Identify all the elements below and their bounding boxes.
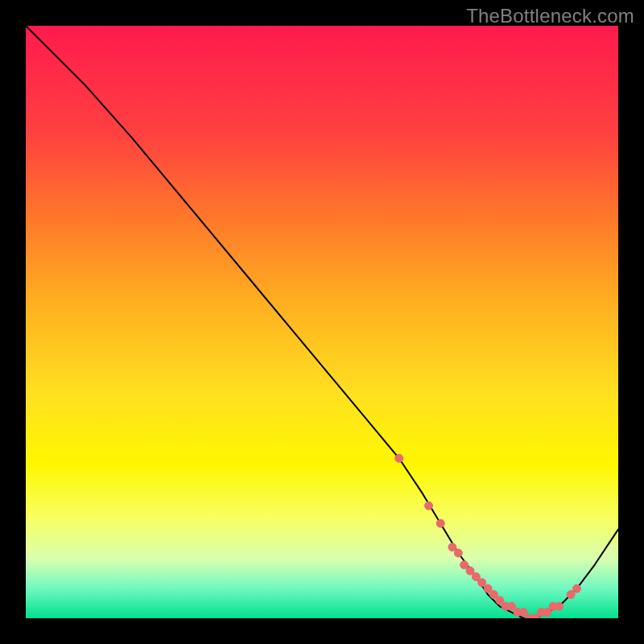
marker-dot [395,454,403,462]
curve-line [26,26,618,618]
marker-dot [555,602,563,610]
chart-plot-area [26,26,618,618]
marker-dot [478,579,486,587]
marker-dot [466,567,474,575]
marker-dot [519,609,527,617]
marker-dot [436,519,444,527]
chart-svg [26,26,618,618]
chart-frame: TheBottleneck.com [0,0,644,644]
marker-dot [496,597,504,605]
marker-dot [573,584,581,592]
marker-dot [425,502,433,510]
marker-dot [567,591,575,599]
marker-dot [454,549,462,557]
watermark-text: TheBottleneck.com [466,5,634,27]
